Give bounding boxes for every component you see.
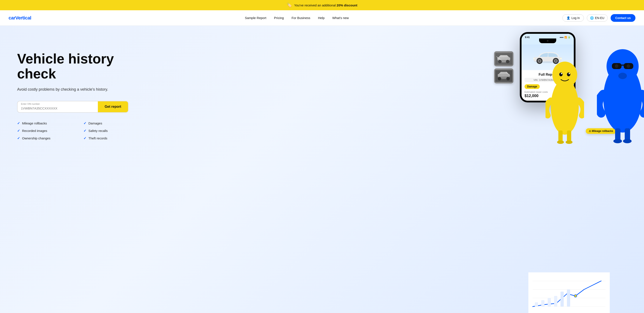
hero-subtitle: Avoid costly problems by checking a vehi…: [17, 87, 137, 92]
nav-links: Sample Report Pricing For Business Help …: [245, 16, 349, 20]
check-recorded-images: ✓ Recorded images: [17, 129, 71, 133]
damage-photos: [494, 51, 514, 83]
promo-banner: 🏷️ You've received an additional 20% dis…: [0, 0, 644, 10]
checkmark-icon: ✓: [84, 121, 86, 125]
discount-icon: 🏷️: [287, 2, 292, 8]
svg-rect-44: [558, 130, 563, 142]
nav-whats-new[interactable]: What's new: [332, 16, 349, 20]
phone-time: 9:41: [525, 36, 530, 38]
nav-pricing[interactable]: Pricing: [274, 16, 284, 20]
contact-button[interactable]: Contact us: [610, 14, 636, 22]
check-ownership-changes: ✓ Ownership changes: [17, 136, 71, 140]
hero-section: Vehicle history check Avoid costly probl…: [0, 26, 644, 313]
mileage-chart: [528, 272, 610, 313]
damage-badge: Damage: [524, 84, 540, 89]
checkmark-icon: ✓: [17, 121, 20, 125]
checkmark-icon: ✓: [17, 129, 20, 133]
svg-rect-45: [567, 130, 571, 142]
svg-point-40: [559, 72, 563, 76]
damage-photo-1: [494, 51, 514, 66]
svg-rect-33: [608, 79, 638, 88]
main-nav: carVertical Sample Report Pricing For Bu…: [0, 10, 644, 26]
nav-actions: 👤 Log In 🌐 EN-EU Contact us: [562, 14, 636, 22]
mascot-yellow: [546, 47, 584, 145]
globe-icon: 🌐: [590, 16, 594, 20]
svg-point-46: [557, 141, 564, 144]
svg-point-19: [539, 60, 540, 62]
feature-checklist: ✓ Mileage rollbacks ✓ Damages ✓ Recorded…: [17, 121, 137, 140]
check-damages: ✓ Damages: [84, 121, 137, 125]
banner-text: You've received an additional 20% discou…: [294, 3, 357, 7]
hero-title: Vehicle history check: [17, 51, 137, 81]
vin-input-wrapper: Enter VIN number: [18, 101, 98, 112]
nav-help[interactable]: Help: [318, 16, 324, 20]
checkmark-icon: ✓: [84, 136, 86, 140]
svg-point-10: [498, 77, 501, 80]
svg-point-37: [623, 139, 632, 143]
checkmark-icon: ✓: [17, 136, 20, 140]
hero-illustration: 9:41 ●●● 📶 🔋: [451, 26, 644, 313]
svg-rect-55: [541, 300, 544, 307]
svg-point-2: [498, 60, 502, 63]
svg-point-39: [552, 62, 577, 88]
svg-rect-59: [567, 290, 570, 307]
vin-form: Enter VIN number Get report: [17, 101, 128, 113]
get-report-button[interactable]: Get report: [98, 101, 128, 112]
language-selector[interactable]: 🌐 EN-EU: [587, 14, 608, 22]
svg-point-32: [618, 73, 627, 79]
svg-rect-29: [621, 65, 624, 66]
check-mileage-rollbacks: ✓ Mileage rollbacks: [17, 121, 71, 125]
vin-label: Enter VIN number: [21, 103, 94, 105]
mascot-blue: [597, 38, 644, 145]
logo[interactable]: carVertical: [8, 15, 31, 21]
svg-point-42: [561, 73, 562, 74]
svg-rect-56: [548, 298, 551, 307]
svg-point-41: [567, 72, 570, 76]
checkmark-icon: ✓: [84, 129, 86, 133]
svg-rect-54: [535, 302, 538, 307]
vin-input[interactable]: [21, 106, 94, 111]
svg-rect-58: [560, 292, 564, 307]
hero-content: Vehicle history check Avoid costly probl…: [17, 43, 137, 140]
svg-point-53: [574, 295, 577, 297]
svg-point-30: [615, 64, 618, 68]
user-icon: 👤: [566, 16, 570, 20]
nav-sample-report[interactable]: Sample Report: [245, 16, 266, 20]
check-theft-records: ✓ Theft records: [84, 136, 137, 140]
svg-point-31: [627, 64, 630, 68]
svg-point-3: [506, 60, 509, 63]
svg-rect-57: [554, 296, 557, 307]
check-safety-recalls: ✓ Safety recalls: [84, 129, 137, 133]
svg-point-11: [506, 77, 510, 80]
svg-point-36: [614, 139, 622, 143]
svg-rect-24: [533, 58, 535, 59]
svg-point-47: [566, 141, 572, 144]
damage-photo-2: [494, 68, 514, 83]
svg-point-43: [569, 73, 570, 74]
nav-for-business[interactable]: For Business: [292, 16, 310, 20]
login-button[interactable]: 👤 Log In: [562, 14, 584, 22]
